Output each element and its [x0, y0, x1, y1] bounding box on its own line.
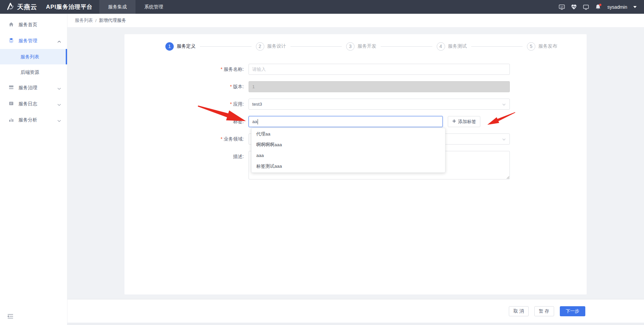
top-navbar: 天燕云 API服务治理平台 服务集成 系统管理 API [0, 0, 644, 14]
chevron-down-icon [57, 102, 61, 107]
wizard-stepper: 1 服务定义 2 服务设计 3 服务开发 4 服务测试 [124, 42, 587, 51]
sidebar: 服务首页 服务管理 服务列表 后端资源 [0, 14, 67, 325]
home-icon [8, 21, 14, 28]
step-number: 4 [437, 42, 445, 51]
bell-icon[interactable] [595, 4, 601, 10]
app-label: *应用: [124, 99, 247, 110]
step-label: 服务定义 [177, 43, 196, 49]
form-row-service-name: *服务名称: [124, 64, 587, 75]
svg-text:API: API [560, 6, 564, 8]
service-name-input[interactable] [249, 64, 510, 75]
version-input [249, 81, 510, 92]
chevron-down-icon [57, 86, 61, 91]
app-select-value: test3 [252, 102, 262, 107]
form-row-tag: 标签: aa 添加标签 [124, 116, 587, 127]
form-row-app: *应用: test3 [124, 99, 587, 110]
sidebar-item-backend-resources[interactable]: 后端资源 [0, 64, 67, 80]
sidebar-item-label: 服务日志 [18, 101, 37, 107]
service-name-label: *服务名称: [124, 64, 247, 75]
screen-icon[interactable] [583, 4, 589, 10]
step-number: 3 [346, 42, 355, 51]
sidebar-item-service-home[interactable]: 服务首页 [0, 17, 67, 33]
breadcrumb-separator: / [95, 18, 97, 23]
version-label: *版本: [124, 81, 247, 92]
step-service-design: 2 服务设计 [256, 42, 286, 51]
user-menu-caret-icon[interactable] [633, 6, 637, 8]
step-connector [381, 46, 432, 47]
tab-service-integration[interactable]: 服务集成 [99, 0, 136, 14]
chevron-down-icon [57, 118, 61, 123]
tag-input[interactable]: aa [249, 116, 443, 127]
chevron-down-icon [502, 137, 506, 143]
tag-option[interactable]: aaa [252, 150, 445, 161]
logo-text: 天燕云 [17, 3, 37, 11]
step-number: 5 [527, 42, 535, 51]
header-right: API [558, 0, 644, 14]
app-select[interactable]: test3 [249, 99, 510, 110]
sidebar-item-service-analysis[interactable]: 服务分析 [0, 112, 67, 128]
app-title: API服务治理平台 [46, 3, 93, 11]
cancel-button[interactable]: 取 消 [509, 306, 529, 316]
step-service-publish: 5 服务发布 [527, 42, 557, 51]
layers-icon [8, 38, 14, 44]
description-label: 描述: [124, 151, 247, 181]
business-domain-label: *业务领域: [124, 133, 247, 145]
add-tag-button[interactable]: 添加标签 [448, 116, 480, 127]
step-connector [200, 46, 252, 47]
health-icon[interactable] [571, 4, 577, 10]
tab-system-management[interactable]: 系统管理 [136, 0, 172, 14]
logo-icon [6, 2, 15, 12]
tag-suggestions-dropdown: 代理aa 啊啊啊啊aaa aaa 标签测试aaa [251, 128, 445, 173]
footer-action-bar: 取 消 暂 存 下一步 [67, 300, 644, 323]
plus-icon [452, 119, 456, 124]
notification-badge [599, 4, 601, 6]
step-number: 1 [165, 42, 174, 51]
chart-icon [8, 117, 14, 123]
breadcrumb-current: 新增代理服务 [99, 17, 126, 23]
sidebar-item-label: 服务分析 [18, 117, 37, 123]
step-number: 2 [256, 42, 264, 51]
tag-option[interactable]: 标签测试aaa [252, 161, 445, 172]
log-icon [8, 101, 14, 107]
step-label: 服务测试 [448, 43, 467, 49]
sidebar-item-service-list[interactable]: 服务列表 [0, 49, 67, 64]
step-label: 服务设计 [267, 43, 286, 49]
header-tabs: 服务集成 系统管理 [99, 0, 172, 14]
step-service-development: 3 服务开发 [346, 42, 376, 51]
page: 天燕云 API服务治理平台 服务集成 系统管理 API [0, 0, 644, 325]
step-connector [471, 46, 523, 47]
text-cursor [258, 119, 258, 124]
username[interactable]: sysadmin [607, 4, 627, 10]
breadcrumb-service-list[interactable]: 服务列表 [75, 17, 93, 23]
sidebar-item-label: 服务治理 [18, 85, 37, 91]
step-label: 服务开发 [358, 43, 376, 49]
main-content: 1 服务定义 2 服务设计 3 服务开发 4 服务测试 [67, 27, 644, 325]
tag-option[interactable]: 代理aa [252, 129, 445, 140]
form-row-version: *版本: [124, 81, 587, 92]
sidebar-item-label: 服务首页 [18, 22, 37, 28]
sidebar-menu: 服务首页 服务管理 服务列表 后端资源 [0, 14, 67, 128]
step-label: 服务发布 [538, 43, 557, 49]
add-tag-button-label: 添加标签 [458, 119, 476, 125]
api-monitor-icon[interactable]: API [558, 4, 565, 10]
step-service-definition: 1 服务定义 [165, 42, 196, 51]
breadcrumb: 服务列表 / 新增代理服务 [67, 14, 644, 27]
sidebar-item-service-logs[interactable]: 服务日志 [0, 96, 67, 112]
server-icon [8, 85, 14, 91]
sidebar-item-service-management[interactable]: 服务管理 [0, 33, 67, 49]
chevron-up-icon [57, 39, 61, 44]
logo: 天燕云 [6, 2, 37, 12]
step-connector [290, 46, 342, 47]
sidebar-item-service-governance[interactable]: 服务治理 [0, 80, 67, 96]
tag-input-value: aa [252, 119, 257, 124]
next-step-button[interactable]: 下一步 [560, 306, 586, 316]
form-card: 1 服务定义 2 服务设计 3 服务开发 4 服务测试 [124, 34, 587, 294]
save-draft-button[interactable]: 暂 存 [534, 306, 554, 316]
tag-option[interactable]: 啊啊啊啊aaa [252, 140, 445, 150]
bottom-strip [67, 323, 644, 325]
tag-label: 标签: [124, 116, 247, 127]
sidebar-item-label: 服务管理 [18, 38, 37, 44]
sidebar-collapse-icon[interactable] [7, 313, 14, 321]
step-service-testing: 4 服务测试 [437, 42, 467, 51]
chevron-down-icon [502, 102, 506, 108]
